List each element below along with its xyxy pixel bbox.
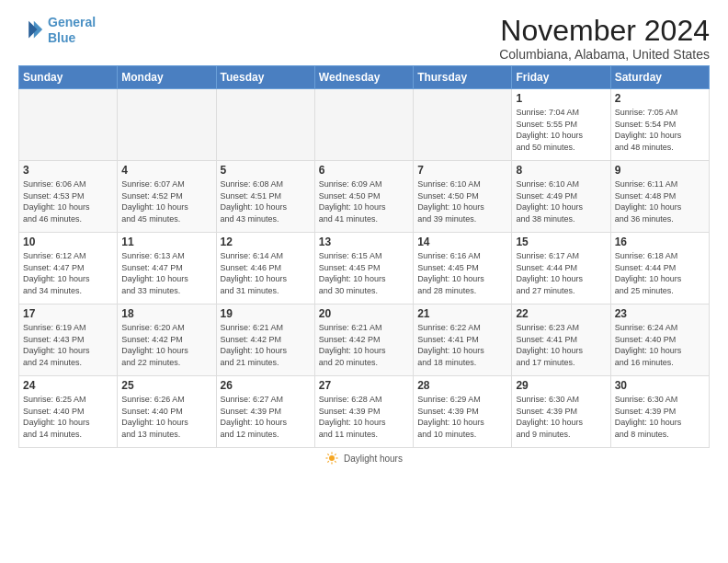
day-number: 26 (221, 379, 311, 392)
calendar-week-row: 10Sunrise: 6:12 AM Sunset: 4:47 PM Dayli… (19, 233, 710, 304)
day-info: Sunrise: 6:24 AM Sunset: 4:40 PM Dayligh… (615, 322, 705, 368)
title-block: November 2024 Columbiana, Alabama, Unite… (499, 15, 710, 62)
calendar-cell: 1Sunrise: 7:04 AM Sunset: 5:55 PM Daylig… (512, 89, 610, 161)
calendar-header-cell: Saturday (610, 66, 709, 89)
calendar-cell: 19Sunrise: 6:21 AM Sunset: 4:42 PM Dayli… (216, 304, 314, 376)
svg-point-2 (329, 455, 335, 461)
calendar-cell: 14Sunrise: 6:16 AM Sunset: 4:45 PM Dayli… (414, 233, 512, 304)
calendar-cell: 29Sunrise: 6:30 AM Sunset: 4:39 PM Dayli… (512, 376, 610, 448)
day-number: 3 (23, 164, 113, 177)
calendar-cell: 26Sunrise: 6:27 AM Sunset: 4:39 PM Dayli… (216, 376, 314, 448)
calendar-cell: 10Sunrise: 6:12 AM Sunset: 4:47 PM Dayli… (19, 233, 118, 304)
day-number: 25 (121, 379, 211, 392)
svg-line-7 (327, 454, 328, 455)
calendar-cell: 4Sunrise: 6:07 AM Sunset: 4:52 PM Daylig… (118, 161, 216, 233)
day-info: Sunrise: 6:11 AM Sunset: 4:48 PM Dayligh… (615, 178, 705, 224)
day-info: Sunrise: 6:21 AM Sunset: 4:42 PM Dayligh… (221, 322, 311, 368)
day-info: Sunrise: 6:27 AM Sunset: 4:39 PM Dayligh… (221, 394, 311, 440)
logo-line1: General (48, 15, 96, 29)
day-number: 21 (417, 307, 507, 320)
calendar-week-row: 3Sunrise: 6:06 AM Sunset: 4:53 PM Daylig… (19, 161, 710, 233)
location-title: Columbiana, Alabama, United States (499, 47, 710, 62)
day-number: 10 (23, 236, 113, 248)
day-number: 2 (615, 92, 705, 105)
calendar-cell: 9Sunrise: 6:11 AM Sunset: 4:48 PM Daylig… (610, 161, 709, 233)
day-info: Sunrise: 7:04 AM Sunset: 5:55 PM Dayligh… (516, 107, 606, 153)
day-info: Sunrise: 6:09 AM Sunset: 4:50 PM Dayligh… (319, 178, 409, 224)
calendar-cell: 13Sunrise: 6:15 AM Sunset: 4:45 PM Dayli… (314, 233, 413, 304)
calendar-cell: 6Sunrise: 6:09 AM Sunset: 4:50 PM Daylig… (314, 161, 413, 233)
day-info: Sunrise: 6:22 AM Sunset: 4:41 PM Dayligh… (417, 322, 507, 368)
day-number: 9 (615, 164, 705, 177)
day-number: 20 (319, 307, 409, 320)
day-info: Sunrise: 6:10 AM Sunset: 4:49 PM Dayligh… (516, 178, 606, 224)
day-number: 24 (23, 379, 113, 392)
day-info: Sunrise: 6:26 AM Sunset: 4:40 PM Dayligh… (121, 394, 211, 440)
day-number: 6 (319, 164, 409, 177)
calendar-header-cell: Monday (118, 66, 216, 89)
calendar-cell: 20Sunrise: 6:21 AM Sunset: 4:42 PM Dayli… (314, 304, 413, 376)
day-info: Sunrise: 6:29 AM Sunset: 4:39 PM Dayligh… (417, 394, 507, 440)
svg-line-10 (327, 461, 328, 462)
day-info: Sunrise: 6:19 AM Sunset: 4:43 PM Dayligh… (23, 322, 113, 368)
day-info: Sunrise: 6:06 AM Sunset: 4:53 PM Dayligh… (23, 178, 113, 224)
calendar-header-cell: Sunday (19, 66, 118, 89)
calendar-cell: 11Sunrise: 6:13 AM Sunset: 4:47 PM Dayli… (118, 233, 216, 304)
day-info: Sunrise: 6:08 AM Sunset: 4:51 PM Dayligh… (221, 178, 311, 224)
day-number: 17 (23, 307, 113, 320)
calendar-week-row: 24Sunrise: 6:25 AM Sunset: 4:40 PM Dayli… (19, 376, 710, 448)
calendar-body: 1Sunrise: 7:04 AM Sunset: 5:55 PM Daylig… (19, 89, 710, 448)
calendar-header-cell: Tuesday (216, 66, 314, 89)
calendar-cell: 15Sunrise: 6:17 AM Sunset: 4:44 PM Dayli… (512, 233, 610, 304)
day-number: 22 (516, 307, 606, 320)
day-info: Sunrise: 6:15 AM Sunset: 4:45 PM Dayligh… (319, 250, 409, 296)
logo-icon (18, 17, 44, 43)
calendar-cell (19, 89, 118, 161)
calendar-cell: 7Sunrise: 6:10 AM Sunset: 4:50 PM Daylig… (414, 161, 512, 233)
calendar-cell (118, 89, 216, 161)
calendar-cell: 24Sunrise: 6:25 AM Sunset: 4:40 PM Dayli… (19, 376, 118, 448)
calendar-week-row: 1Sunrise: 7:04 AM Sunset: 5:55 PM Daylig… (19, 89, 710, 161)
calendar-cell: 16Sunrise: 6:18 AM Sunset: 4:44 PM Dayli… (610, 233, 709, 304)
svg-line-9 (335, 454, 336, 455)
day-info: Sunrise: 6:21 AM Sunset: 4:42 PM Dayligh… (319, 322, 409, 368)
day-info: Sunrise: 6:30 AM Sunset: 4:39 PM Dayligh… (516, 394, 606, 440)
day-info: Sunrise: 6:20 AM Sunset: 4:42 PM Dayligh… (121, 322, 211, 368)
logo-text: General Blue (48, 15, 96, 46)
calendar-cell: 5Sunrise: 6:08 AM Sunset: 4:51 PM Daylig… (216, 161, 314, 233)
svg-line-8 (335, 461, 336, 462)
sun-icon (325, 452, 338, 465)
calendar-cell: 21Sunrise: 6:22 AM Sunset: 4:41 PM Dayli… (414, 304, 512, 376)
day-number: 15 (516, 236, 606, 248)
calendar-cell (216, 89, 314, 161)
day-number: 28 (417, 379, 507, 392)
day-number: 16 (615, 236, 705, 248)
page: General Blue November 2024 Columbiana, A… (0, 0, 728, 474)
calendar-week-row: 17Sunrise: 6:19 AM Sunset: 4:43 PM Dayli… (19, 304, 710, 376)
calendar-cell: 12Sunrise: 6:14 AM Sunset: 4:46 PM Dayli… (216, 233, 314, 304)
calendar-cell: 8Sunrise: 6:10 AM Sunset: 4:49 PM Daylig… (512, 161, 610, 233)
day-number: 5 (221, 164, 311, 177)
calendar-cell: 28Sunrise: 6:29 AM Sunset: 4:39 PM Dayli… (414, 376, 512, 448)
day-number: 18 (121, 307, 211, 320)
day-info: Sunrise: 6:25 AM Sunset: 4:40 PM Dayligh… (23, 394, 113, 440)
calendar-cell: 30Sunrise: 6:30 AM Sunset: 4:39 PM Dayli… (610, 376, 709, 448)
calendar-table: SundayMondayTuesdayWednesdayThursdayFrid… (18, 65, 710, 448)
day-number: 13 (319, 236, 409, 248)
day-info: Sunrise: 6:10 AM Sunset: 4:50 PM Dayligh… (417, 178, 507, 224)
day-number: 1 (516, 92, 606, 105)
day-number: 27 (319, 379, 409, 392)
calendar-cell: 17Sunrise: 6:19 AM Sunset: 4:43 PM Dayli… (19, 304, 118, 376)
calendar-header-cell: Friday (512, 66, 610, 89)
day-info: Sunrise: 6:14 AM Sunset: 4:46 PM Dayligh… (221, 250, 311, 296)
calendar-header-cell: Wednesday (314, 66, 413, 89)
day-info: Sunrise: 6:13 AM Sunset: 4:47 PM Dayligh… (121, 250, 211, 296)
calendar-header-row: SundayMondayTuesdayWednesdayThursdayFrid… (19, 66, 710, 89)
day-number: 4 (121, 164, 211, 177)
logo: General Blue (18, 15, 96, 46)
day-number: 23 (615, 307, 705, 320)
calendar-cell: 18Sunrise: 6:20 AM Sunset: 4:42 PM Dayli… (118, 304, 216, 376)
day-number: 7 (417, 164, 507, 177)
legend-label: Daylight hours (344, 454, 403, 464)
day-info: Sunrise: 7:05 AM Sunset: 5:54 PM Dayligh… (615, 107, 705, 153)
